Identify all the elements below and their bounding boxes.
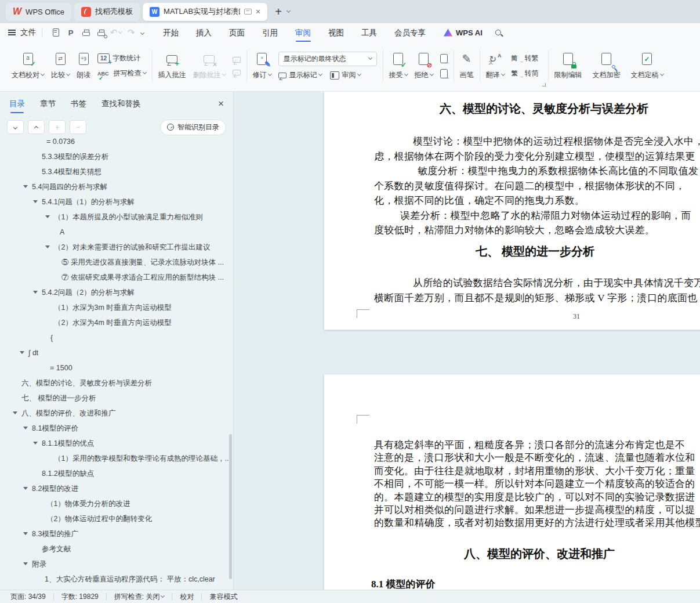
outline-item[interactable]: 六、模型的讨论、灵敏度分析与误差分析 (0, 375, 229, 391)
outline-item[interactable]: 1、大实心方砖垂直运动程序源代码： 平放：clc,clear (0, 572, 229, 587)
menu-item-视图[interactable]: 视图 (320, 25, 353, 40)
menu-item-工具[interactable]: 工具 (353, 25, 386, 40)
outline-item[interactable]: ⑦ 依据研究成果寻求适合工程应用的新型结构块 ... (0, 270, 229, 285)
reject-changes-button[interactable]: ⊘ 拒绝 (415, 52, 433, 80)
restrict-editing-button[interactable]: 限制编辑 (554, 52, 582, 80)
tab-wps-office[interactable]: W WPS Office (6, 3, 71, 21)
outline-item[interactable]: 8.2模型的改进 (0, 481, 229, 496)
toolbar-more-chevron-icon[interactable] (140, 30, 144, 34)
document-workspace[interactable]: 六、模型的讨论、灵敏度分析与误差分析 模型讨论：模型中把物体的运动过程根据物体是… (234, 92, 700, 590)
outline-item[interactable]: 5.3.3模型的误差分析 (0, 149, 229, 164)
collapse-arrow-icon[interactable] (33, 200, 38, 203)
doc-proofread-button[interactable]: a✓ 文档校对 (12, 52, 44, 80)
menu-item-会员专享[interactable]: 会员专享 (386, 25, 434, 40)
status-proofread[interactable]: 校对 (180, 592, 194, 602)
outline-item[interactable]: 5.4问题四的分析与求解 (0, 179, 229, 194)
print-button[interactable] (78, 26, 93, 39)
status-word-count[interactable]: 字数: 19829 (61, 592, 99, 602)
tab-list-chevron-icon[interactable] (286, 8, 291, 12)
collapse-arrow-icon[interactable] (23, 562, 28, 565)
outline-item[interactable]: （1）物体受力分析的改进 (0, 496, 229, 511)
export-pdf-button[interactable]: P (63, 26, 78, 39)
undo-button[interactable]: ↶ (108, 26, 124, 39)
compare-button[interactable]: ⇄ 比较 (51, 52, 70, 80)
smart-toc-button[interactable]: 智能识别目录 (160, 120, 226, 135)
print-preview-button[interactable] (93, 26, 108, 39)
collapse-arrow-icon[interactable] (23, 487, 28, 490)
save-button[interactable] (48, 26, 63, 39)
outline-item[interactable]: 八、模型的评价、改进和推广 (0, 406, 229, 421)
outline-item[interactable]: ⑤ 采用先进仪器直接测量、记录水流脉动对块体 ... (0, 255, 229, 270)
collapse-arrow-icon[interactable] (23, 532, 28, 535)
collapse-arrow-icon[interactable] (23, 427, 28, 429)
next-change-icon[interactable]: → (440, 68, 448, 79)
outline-item[interactable]: = 0.0736 (0, 134, 229, 149)
next-comment-icon[interactable]: → (233, 70, 241, 75)
outline-item[interactable]: A (0, 225, 229, 240)
outline-item[interactable]: （2）物体运动过程中的翻转变化 (0, 511, 229, 526)
outline-item[interactable]: 参考文献 (0, 541, 229, 557)
collapse-arrow-icon[interactable] (33, 442, 38, 445)
document-page-32[interactable]: 具有稳定斜率的平面，粗糙度各异；溃口各部分的流速分布肯定也是不注意的是，溃口形状… (324, 374, 700, 590)
sidebar-tab-章节[interactable]: 章节 (40, 95, 56, 113)
sidebar-tab-书签[interactable]: 书签 (71, 95, 86, 113)
outline-item[interactable]: = 1500 (0, 360, 229, 375)
wps-ai-button[interactable]: WPS AI (444, 28, 483, 37)
collapse-arrow-icon[interactable] (20, 351, 24, 354)
outline-item[interactable]: 5.4.1问题（1）的分析与求解 (0, 194, 229, 210)
delete-comment-button[interactable]: × 删除批注 (193, 52, 226, 80)
menu-item-审阅[interactable]: 审阅 (286, 25, 320, 40)
spell-check-button[interactable]: ABC✓ 拼写检查 (97, 68, 146, 78)
sidebar-tab-查找和替换[interactable]: 查找和替换 (101, 95, 141, 113)
pen-button[interactable]: ✎ 画笔 (460, 52, 474, 80)
collapse-arrow-icon[interactable] (33, 291, 38, 294)
outline-item[interactable]: （2）对未来需要进行的试验和研究工作提出建议 (0, 240, 229, 255)
word-count-button[interactable]: 12+ 字数统计 (97, 53, 146, 63)
to-traditional-button[interactable]: 简→ 转繁 (512, 53, 539, 63)
menu-item-引用[interactable]: 引用 (253, 25, 286, 40)
outline-item[interactable]: 5.3.4模型相关猜想 (0, 164, 229, 179)
collapse-arrow-icon[interactable] (23, 185, 28, 188)
outline-item[interactable]: 5.4.2问题（2）的分析与求解 (0, 285, 229, 300)
zoom-in-outline-button[interactable]: ＋ (49, 120, 66, 134)
previous-change-icon[interactable]: ← (440, 53, 448, 64)
read-aloud-button[interactable]: ≡)) 朗读 (77, 52, 90, 80)
outline-item[interactable]: { (0, 330, 229, 345)
outline-item[interactable]: 8.3模型的推广 (0, 526, 229, 541)
track-changes-button[interactable]: ≡✎ 修订 (253, 52, 271, 80)
file-menu[interactable]: 文件 (20, 27, 36, 38)
show-markup-button[interactable]: 显示标记 (278, 70, 322, 80)
previous-comment-icon[interactable]: ← (233, 57, 241, 63)
outline-item[interactable]: （2）水深为4m 时垂直方向运动模型 (0, 315, 229, 330)
outline-item[interactable]: 附录 (0, 557, 229, 572)
outline-item[interactable]: 8.1.1模型的优点 (0, 436, 229, 451)
outline-item[interactable]: ∫ dt (0, 345, 229, 360)
accept-changes-button[interactable]: ✓ 接受 (389, 52, 408, 80)
new-tab-button[interactable]: + (275, 5, 282, 19)
status-page-count[interactable]: 页面: 34/39 (10, 592, 46, 602)
close-sidebar-icon[interactable]: × (218, 98, 224, 110)
sidebar-scrollbar[interactable] (229, 434, 232, 579)
hamburger-menu-icon[interactable] (8, 32, 16, 33)
to-simplified-button[interactable]: 繁→ 转简 (512, 68, 539, 78)
search-icon[interactable] (495, 30, 501, 35)
status-spell-check[interactable]: 拼写检查: 关闭 (114, 592, 165, 602)
sidebar-tab-目录[interactable]: 目录 (9, 95, 25, 113)
menu-item-开始[interactable]: 开始 (154, 25, 187, 40)
redo-button[interactable]: ↷ (124, 26, 139, 39)
tab-document-matlab[interactable]: W MATLAB实现与封堵溃口有关 × (143, 3, 267, 21)
encrypt-document-button[interactable]: 文档加密 (593, 52, 621, 80)
collapse-arrow-icon[interactable] (45, 245, 50, 248)
group-expand-icon[interactable] (542, 83, 546, 86)
menu-item-插入[interactable]: 插入 (187, 25, 220, 40)
review-pane-button[interactable]: 审阅 (330, 70, 361, 80)
window-mode-icon[interactable] (244, 9, 252, 15)
markup-state-select[interactable]: 显示标记的最终状态 (278, 52, 377, 66)
outline-item[interactable]: （1）本题所提及的小型试验满足重力相似准则 (0, 210, 229, 225)
outline-item[interactable]: 七、 模型的进一步分析 (0, 391, 229, 406)
outline-item[interactable]: 8.1模型的评价 (0, 421, 229, 436)
close-tab-icon[interactable]: × (256, 8, 260, 16)
collapse-arrow-icon[interactable] (45, 215, 50, 218)
menu-item-页面[interactable]: 页面 (220, 25, 253, 40)
collapse-all-button[interactable] (28, 120, 45, 134)
